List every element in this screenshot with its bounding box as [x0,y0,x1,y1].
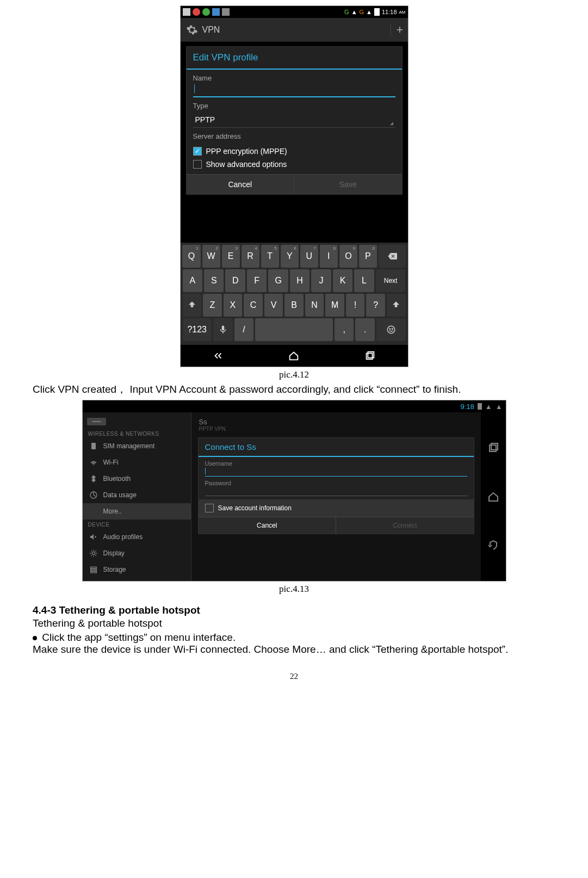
sidebar-icon [89,533,98,541]
key-u[interactable]: U7 [300,245,318,268]
settings-main-panel: Ss PPTP VPN Connect to Ss Username Passw… [191,412,481,581]
status-notif-icon [222,8,230,16]
svg-rect-11 [490,445,496,452]
key-symbols[interactable]: ?123 [183,318,212,341]
status-bar: G ▲ G ▲ 11:18 AM [181,6,408,18]
key-t[interactable]: T5 [261,245,279,268]
settings-sidebar: ━━━ WIRELESS & NETWORKS SIM managementWi… [83,412,191,581]
section-subheading: Tethering & portable hotspot [33,617,555,629]
key-l[interactable]: L [354,269,374,292]
key-mic[interactable] [213,318,233,341]
key-e[interactable]: E3 [222,245,240,268]
key-x[interactable]: X [224,294,243,317]
nav-recent-icon[interactable] [487,441,500,454]
sidebar-item[interactable]: SIM management [83,438,191,454]
key-period[interactable]: . [355,318,375,341]
nav-home-icon[interactable] [287,350,301,362]
sidebar-item[interactable]: Audio profiles [83,529,191,545]
header-title: VPN [202,25,220,35]
key-m[interactable]: M [325,294,344,317]
sidebar-icon [89,458,98,467]
ppp-encryption-checkbox[interactable]: ✓ PPP encryption (MPPE) [187,145,402,158]
battery-icon [374,8,380,16]
dialog-title: Edit VPN profile [187,47,402,70]
name-input[interactable] [193,84,395,97]
svg-point-2 [392,329,393,330]
sidebar-item[interactable]: Data usage [83,487,191,503]
key-w[interactable]: W2 [202,245,220,268]
status-notif-icon [193,8,200,16]
sidebar-item[interactable]: Wi-Fi [83,454,191,471]
connect-button[interactable]: Connect [336,517,474,534]
key-n[interactable]: N [305,294,324,317]
add-vpn-button[interactable]: + [391,24,403,36]
nav-back-icon[interactable] [487,539,500,552]
screenshot-connect-vpn: 9:18 ▲ ▲ ━━━ WIRELESS & NETWORKS SIM man… [82,400,506,582]
nav-home-icon[interactable] [487,490,500,503]
key-o[interactable]: O9 [339,245,357,268]
key-v[interactable]: V [264,294,283,317]
key-shift[interactable] [183,294,202,317]
key-j[interactable]: J [311,269,331,292]
sidebar-item[interactable]: Storage [83,561,191,578]
settings-gear-icon [186,24,198,36]
key-![interactable]: ! [346,294,365,317]
key-h[interactable]: H [290,269,310,292]
bullet-item: Click the app “settings” on menu interfa… [33,632,572,644]
key-d[interactable]: D [225,269,245,292]
key-p[interactable]: P0 [359,245,377,268]
document-page: G ▲ G ▲ 11:18 AM VPN + Edit VPN profile … [0,5,588,681]
bullet-icon [33,636,37,640]
key-backspace[interactable] [379,245,406,268]
checkbox-unchecked-icon [205,504,214,512]
type-dropdown[interactable]: PPTP [193,112,395,128]
key-space[interactable] [255,318,333,341]
key-?[interactable]: ? [366,294,385,317]
paragraph: Make sure the device is under Wi-Fi conn… [33,644,555,656]
page-number: 22 [16,672,572,681]
username-input[interactable] [205,467,467,477]
status-time: 9:18 [460,403,474,411]
key-k[interactable]: K [333,269,352,292]
sidebar-icon [89,507,98,516]
sidebar-label: Audio profiles [103,533,143,541]
cancel-button[interactable]: Cancel [187,174,295,194]
nav-back-icon[interactable] [211,350,225,362]
key-y[interactable]: Y6 [281,245,299,268]
cancel-button[interactable]: Cancel [199,517,337,534]
svg-rect-4 [368,352,374,358]
svg-rect-5 [91,443,96,449]
nav-recent-icon[interactable] [363,350,377,362]
key-shift[interactable] [387,294,406,317]
advanced-options-checkbox[interactable]: Show advanced options [187,158,402,171]
key-g[interactable]: G [268,269,288,292]
key-a[interactable]: A [183,269,202,292]
signal-icon: ▲ [366,9,372,15]
key-z[interactable]: Z [203,294,222,317]
nav-bar [181,345,408,367]
password-input[interactable] [205,486,467,496]
key-c[interactable]: C [244,294,263,317]
save-account-checkbox[interactable]: Save account information [199,499,474,517]
key-emoji[interactable] [376,318,405,341]
save-button[interactable]: Save [294,174,402,194]
status-notif-icon [212,8,220,16]
sidebar-label: More.. [103,508,122,515]
key-b[interactable]: B [284,294,304,317]
svg-point-7 [92,552,95,554]
sidebar-item[interactable]: Bluetooth [83,471,191,487]
vpn-list-item[interactable]: Ss PPTP VPN [191,412,481,437]
sidebar-item[interactable]: More.. [83,503,191,520]
sidebar-icon [89,474,98,483]
key-f[interactable]: F [247,269,267,292]
key-slash[interactable]: / [234,318,254,341]
key-r[interactable]: R4 [242,245,259,268]
sidebar-logo-badge: ━━━ [87,418,106,425]
key-s[interactable]: S [204,269,224,292]
sidebar-item[interactable]: Display [83,545,191,561]
key-i[interactable]: I8 [320,245,338,268]
key-next[interactable]: Next [376,269,406,292]
key-q[interactable]: Q1 [182,245,200,268]
figure-caption: pic.4.12 [16,369,572,380]
key-comma[interactable]: , [335,318,354,341]
